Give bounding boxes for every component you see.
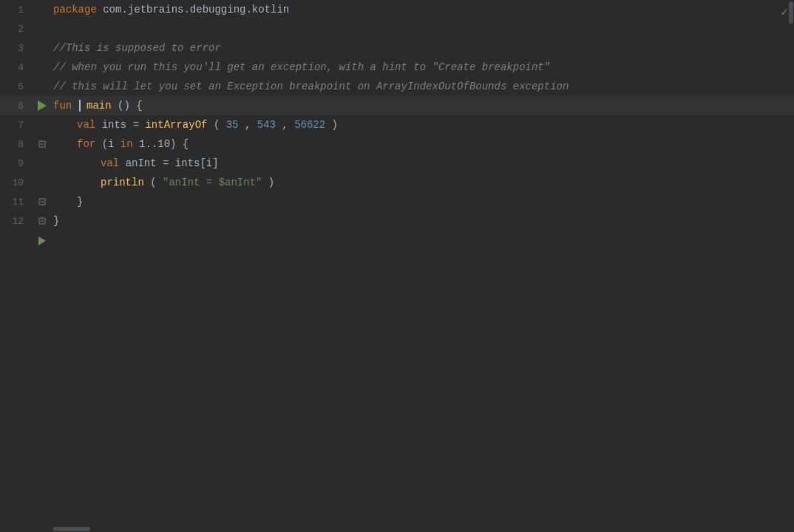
line-3: 3 //This is supposed to error [0, 38, 794, 58]
keyword-in: in [121, 138, 133, 150]
line-number-12: 12 [0, 216, 31, 227]
num-543: 543 [257, 119, 276, 131]
comment-3: //This is supposed to error [53, 42, 221, 54]
keyword-for: for [77, 138, 95, 150]
var-anint: anInt [126, 157, 163, 169]
range: 1..10) { [139, 138, 189, 150]
string-anint: "anInt = $anInt" [163, 177, 262, 188]
line-number-10: 10 [0, 177, 31, 188]
equals-7: = [133, 119, 146, 131]
line-1: 1 package com.jetbrains.debugging.kotlin… [0, 0, 794, 19]
keyword-val-9: val [101, 157, 119, 169]
gutter-6[interactable] [31, 100, 53, 111]
line-11: 11 } [0, 192, 794, 211]
for-params: (i [102, 138, 121, 150]
paren-open-10: ( [150, 177, 156, 188]
gutter-11[interactable] [31, 198, 53, 205]
line-number-7: 7 [0, 120, 31, 131]
svg-marker-0 [38, 100, 47, 111]
fn-println: println [101, 177, 144, 188]
paren-open-7: ( [214, 119, 220, 131]
line-run-arrow [0, 231, 794, 250]
line-number-9: 9 [0, 158, 31, 169]
close-brace-11: } [77, 196, 83, 208]
keyword-package: package [53, 4, 97, 16]
run-icon[interactable] [38, 100, 47, 111]
line-2: 2 [0, 19, 794, 38]
num-56622: 56622 [294, 119, 325, 131]
svg-marker-7 [38, 236, 46, 245]
line-9: 9 val anInt = ints[i] [0, 154, 794, 173]
fold-icon-8[interactable] [38, 140, 46, 148]
line-number-1: 1 [0, 4, 31, 16]
code-line-5: // this will let you set an Exception br… [53, 81, 794, 92]
code-line-4: // when you run this you'll get an excep… [53, 61, 794, 73]
keyword-val-7: val [77, 119, 95, 131]
comma-2: , [282, 119, 294, 131]
main-params: () { [118, 100, 143, 112]
line-7: 7 val ints = intArrayOf ( 35 , 543 , 566… [0, 115, 794, 134]
num-35: 35 [226, 119, 239, 131]
close-brace-12: } [53, 215, 59, 227]
line-number-6: 6 [0, 100, 31, 112]
keyword-fun: fun [53, 100, 72, 112]
line-number-3: 3 [0, 43, 31, 54]
fold-icon-11[interactable] [38, 198, 46, 205]
line-number-2: 2 [0, 24, 31, 35]
line-10: 10 println ( "anInt = $anInt" ) [0, 173, 794, 192]
code-line-1: package com.jetbrains.debugging.kotlin [53, 4, 794, 16]
comment-5: // this will let you set an Exception br… [53, 81, 569, 92]
ints-access: ints[i] [175, 157, 219, 169]
checkmark-icon: ✓ [781, 4, 788, 19]
fn-intarrayof: intArrayOf [145, 119, 207, 131]
code-line-11: } [53, 196, 794, 208]
line-number-8: 8 [0, 139, 31, 150]
fold-icon-12[interactable] [38, 217, 46, 225]
empty-editor-area [0, 250, 794, 532]
gutter-12[interactable] [31, 217, 53, 225]
var-ints: ints [102, 119, 133, 131]
code-line-8: for (i in 1..10) { [53, 138, 794, 150]
vertical-scrollbar[interactable] [788, 0, 794, 532]
main-cursor [78, 100, 86, 112]
code-line-9: val anInt = ints[i] [53, 157, 794, 169]
gutter-8[interactable] [31, 140, 53, 148]
comma-1: , [245, 119, 257, 131]
code-line-7: val ints = intArrayOf ( 35 , 543 , 56622… [53, 119, 794, 131]
code-editor: 1 package com.jetbrains.debugging.kotlin… [0, 0, 794, 532]
line-8: 8 for (i in 1..10) { [0, 134, 794, 154]
code-line-6: fun main () { [53, 100, 794, 112]
horizontal-scrollbar[interactable] [53, 526, 788, 532]
line-12: 12 } [0, 211, 794, 231]
comment-4: // when you run this you'll get an excep… [53, 61, 550, 73]
paren-close-10: ) [268, 177, 274, 188]
line-4: 4 // when you run this you'll get an exc… [0, 58, 794, 77]
line-6: 6 fun main () { [0, 96, 794, 115]
code-area: 1 package com.jetbrains.debugging.kotlin… [0, 0, 794, 532]
run-arrow-icon[interactable] [38, 236, 46, 245]
gutter-run[interactable] [31, 236, 53, 245]
line-number-4: 4 [0, 62, 31, 73]
code-line-10: println ( "anInt = $anInt" ) [53, 177, 794, 188]
code-line-12: } [53, 215, 794, 227]
equals-9: = [163, 157, 175, 169]
paren-close-7: ) [332, 119, 338, 131]
line-5: 5 // this will let you set an Exception … [0, 77, 794, 96]
package-name: com.jetbrains.debugging.kotlin [103, 4, 289, 16]
fn-main: main [86, 100, 112, 112]
line-number-11: 11 [0, 197, 31, 208]
code-line-3: //This is supposed to error [53, 42, 794, 54]
line-number-5: 5 [0, 81, 31, 92]
